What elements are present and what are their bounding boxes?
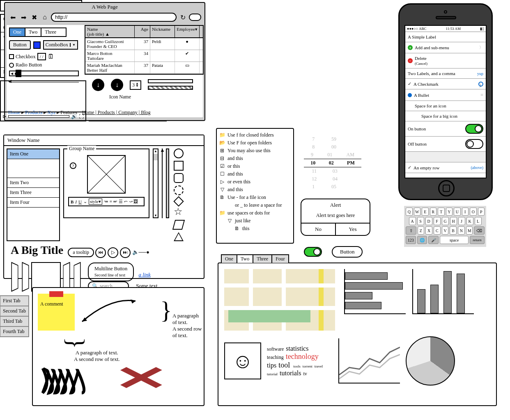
key[interactable]: O xyxy=(470,208,477,216)
toggle-switch[interactable] xyxy=(304,247,322,257)
key[interactable]: D xyxy=(425,217,432,225)
checkbox-icon[interactable] xyxy=(9,54,14,59)
key[interactable]: V xyxy=(442,226,449,235)
phone-list-row[interactable]: Space for a big icon xyxy=(405,111,486,121)
h-scrollbar[interactable] xyxy=(9,71,79,76)
format-toolbar[interactable]: B I U ⌄ style▾ ≔ ≡ ≕ ☰ ⤺ ⤻ 🖼 xyxy=(68,197,145,206)
play-icon[interactable]: ▷ xyxy=(108,247,118,258)
list-item[interactable]: Item Three xyxy=(7,188,59,198)
tree-item[interactable]: 📁Use f for closed folders xyxy=(219,131,291,139)
vtab[interactable]: Third Tab xyxy=(0,316,29,327)
key[interactable]: X xyxy=(425,226,432,235)
key[interactable]: J xyxy=(458,217,465,225)
tree-item[interactable]: ⊟and this xyxy=(219,155,291,162)
key[interactable]: U xyxy=(454,208,461,216)
key[interactable]: Y xyxy=(446,208,453,216)
tree-item[interactable]: 📂Use F for open folders xyxy=(219,139,291,147)
tab[interactable]: One xyxy=(221,254,237,263)
key[interactable]: E xyxy=(422,208,429,216)
phone-list-row[interactable]: A Bullet≡ xyxy=(405,89,486,101)
home-button[interactable] xyxy=(438,180,455,196)
key[interactable]: S xyxy=(417,217,424,225)
tab-two[interactable]: Two xyxy=(25,28,41,36)
phone-list-row[interactable] xyxy=(405,152,486,162)
radio-icon[interactable] xyxy=(9,63,14,68)
key[interactable]: W xyxy=(414,208,421,216)
forward-icon[interactable]: ➡ xyxy=(19,13,28,22)
key[interactable]: B xyxy=(450,226,457,235)
key[interactable]: C xyxy=(434,226,441,235)
tree-item[interactable]: ⊞You may also use this xyxy=(219,147,291,155)
table-row[interactable]: Giacomo GuilizzoniFounder & CEO 37Peldi● xyxy=(85,38,203,50)
tree-view[interactable]: 📁Use f for closed folders📂Use F for open… xyxy=(216,128,294,244)
tree-item[interactable]: ▽and this xyxy=(219,186,291,194)
on-screen-keyboard[interactable]: QWERTYUIOPASDFGHJKL⇧ZXCVBNM⌫123🌐🎤spacere… xyxy=(404,206,486,247)
key[interactable]: A xyxy=(409,217,416,225)
generic-button[interactable]: Button xyxy=(9,40,31,50)
stop-icon[interactable]: ✖ xyxy=(30,13,39,22)
listbox[interactable]: Item One Item Two Item Three Item Four xyxy=(7,148,60,241)
alert-no-button[interactable]: No xyxy=(301,224,336,235)
vtab[interactable]: Second Tab xyxy=(0,306,29,317)
combobox[interactable]: ComboBox xyxy=(43,40,78,50)
map-placeholder[interactable] xyxy=(224,269,335,331)
tab-three[interactable]: Three xyxy=(41,28,60,36)
tree-item[interactable]: 🗎Use - for a file icon xyxy=(219,194,291,201)
help-icon[interactable]: ? xyxy=(70,162,76,169)
sticky-note[interactable]: A comment xyxy=(38,294,75,331)
key[interactable]: M xyxy=(466,226,473,235)
tab[interactable]: Three xyxy=(253,254,272,263)
calendar-icon[interactable]: 🗓 xyxy=(48,53,54,60)
tree-item[interactable]: ▽just like xyxy=(219,217,291,225)
phone-list-row[interactable]: A Simple Label xyxy=(405,32,486,42)
list-item[interactable]: Item Two xyxy=(7,178,59,188)
phone-list-row[interactable]: −Delete(Cancel) xyxy=(405,53,486,68)
key[interactable]: P xyxy=(478,208,485,216)
date-input[interactable]: / / xyxy=(37,53,46,60)
rewind-icon[interactable]: ⏮ xyxy=(95,247,106,258)
alert-yes-button[interactable]: Yes xyxy=(336,224,370,235)
phone-list-row[interactable]: Two Labels, and a commayup xyxy=(405,68,486,79)
time-picker[interactable]: 759800901AM1002PM11031204105 xyxy=(304,135,361,191)
vtab[interactable]: Fourth Tab xyxy=(0,326,29,337)
table-row[interactable]: Marco BottonTuttofare 34✔ xyxy=(85,50,203,62)
fullscreen-icon[interactable]: ⛶ xyxy=(79,114,84,120)
tab-one[interactable]: One xyxy=(10,28,25,36)
key[interactable]: H xyxy=(450,217,457,225)
key[interactable]: L xyxy=(475,217,482,225)
pill-button[interactable]: Button xyxy=(332,246,363,258)
key[interactable]: I xyxy=(462,208,469,216)
url-input[interactable] xyxy=(51,13,177,22)
seek-bar[interactable] xyxy=(8,115,69,118)
home-icon[interactable]: ⌂ xyxy=(40,13,49,22)
phone-list-row[interactable]: Space for an icon xyxy=(405,101,486,111)
list-item[interactable]: Item One xyxy=(7,149,59,159)
go-button[interactable] xyxy=(189,14,201,21)
key[interactable]: Z xyxy=(418,226,425,235)
volume-icon[interactable]: 🔊 xyxy=(71,114,77,120)
phone-list-row[interactable]: On button xyxy=(405,121,486,137)
phone-list-row[interactable]: ✓A Checkmark〉 xyxy=(405,79,486,89)
tree-item[interactable]: 📁use spaces or dots for xyxy=(219,209,291,217)
key[interactable]: R xyxy=(430,208,437,216)
tree-item[interactable]: ▷or even this xyxy=(219,178,291,186)
phone-list-row[interactable]: Off button xyxy=(405,137,486,152)
volume-icon[interactable]: 🔈──● xyxy=(132,249,149,255)
tab[interactable]: Four xyxy=(271,254,289,263)
list-item[interactable]: Item Four xyxy=(7,198,59,208)
multiline-button[interactable]: Multiline ButtonSecond line of text xyxy=(88,262,134,281)
back-icon[interactable]: ⬅ xyxy=(8,13,17,22)
ffwd-icon[interactable]: ⏭ xyxy=(120,247,131,258)
v-scrollbar[interactable]: ▲▼ xyxy=(153,148,159,218)
phone-list-row[interactable]: ✓An empty row(above) xyxy=(405,162,486,173)
key[interactable]: F xyxy=(434,217,441,225)
play-icon[interactable]: ⊳ xyxy=(2,114,7,120)
v-slider[interactable]: ▲ xyxy=(162,148,163,218)
reload-icon[interactable]: ↻ xyxy=(178,13,187,22)
tab[interactable]: Two xyxy=(237,254,253,263)
tree-item[interactable]: 🗎this xyxy=(219,225,291,233)
key[interactable]: G xyxy=(442,217,449,225)
key[interactable]: ⌫ xyxy=(474,226,485,235)
key[interactable]: T xyxy=(438,208,445,216)
tree-item[interactable]: or _ to leave a space for xyxy=(219,201,291,209)
